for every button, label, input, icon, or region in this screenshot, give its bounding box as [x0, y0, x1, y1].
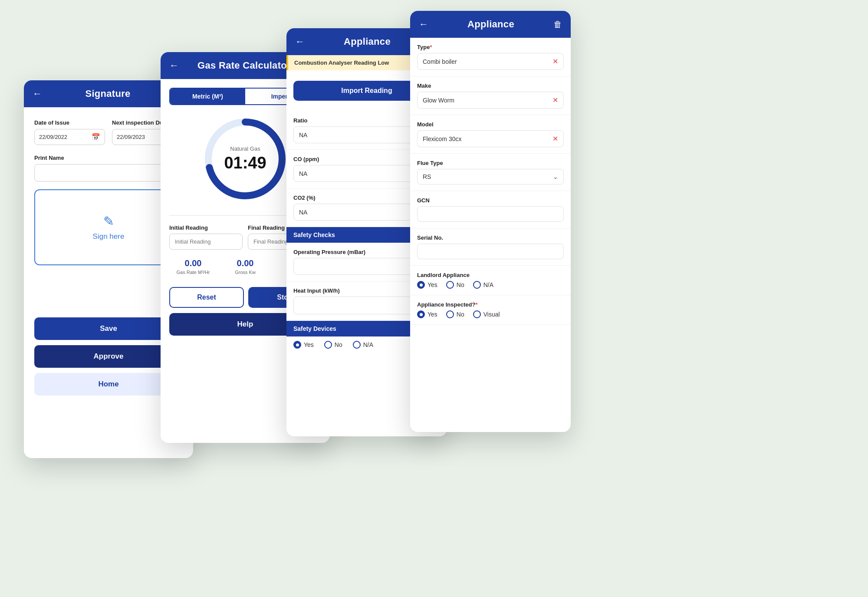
gross-kw-label: Gross Kw [221, 270, 269, 275]
model-field: Model ✕ [410, 115, 571, 154]
type-field: Type* ✕ [410, 38, 571, 76]
appliance-right-screen: ← Appliance 🗑 Type* ✕ Make ✕ Model ✕ [410, 11, 571, 432]
gcn-label: GCN [417, 197, 564, 204]
flue-type-label: Flue Type [417, 160, 564, 166]
back-button[interactable]: ← [33, 88, 42, 99]
gas-rate-label: Gas Rate M³/Hr [169, 270, 217, 275]
co-input[interactable] [299, 170, 429, 177]
inspected-yes[interactable]: Yes [417, 310, 437, 318]
serial-input-row [417, 244, 564, 259]
inspected-no[interactable]: No [446, 310, 464, 318]
inspected-visual-radio[interactable] [473, 310, 481, 318]
appliance-mid-back-button[interactable]: ← [295, 36, 305, 47]
gas-gauge: Natural Gas 01:49 [202, 115, 289, 202]
inspected-field: Appliance Inspected?* Yes No Visual [410, 295, 571, 325]
appliance-right-trash-icon[interactable]: 🗑 [553, 20, 562, 30]
model-input-row: ✕ [417, 130, 564, 147]
landlord-na[interactable]: N/A [473, 281, 493, 289]
landlord-yes-radio[interactable] [417, 281, 425, 289]
landlord-yes[interactable]: Yes [417, 281, 437, 289]
inspected-no-radio[interactable] [446, 310, 454, 318]
serial-input[interactable] [423, 248, 558, 255]
type-input[interactable] [423, 58, 552, 65]
initial-reading-input[interactable] [169, 234, 243, 250]
signature-title: Signature [85, 88, 130, 99]
landlord-radio-group: Yes No N/A [417, 281, 564, 289]
safety-devices-na-radio[interactable] [353, 341, 361, 349]
safety-devices-no-radio[interactable] [324, 341, 332, 349]
flue-type-select[interactable]: RS [423, 173, 553, 180]
reset-button[interactable]: Reset [169, 287, 244, 308]
gas-back-button[interactable]: ← [169, 60, 179, 71]
type-input-row: ✕ [417, 53, 564, 70]
landlord-na-radio[interactable] [473, 281, 481, 289]
inspected-label: Appliance Inspected?* [417, 301, 564, 308]
safety-devices-yes-radio[interactable] [293, 341, 301, 349]
sign-here-label: Sign here [93, 232, 125, 241]
appliance-right-back-button[interactable]: ← [419, 19, 428, 30]
co2-input[interactable] [299, 209, 429, 216]
gross-kw-value: 0.00 [221, 258, 269, 268]
make-input-row: ✕ [417, 92, 564, 109]
initial-reading-label: Initial Reading [169, 224, 243, 231]
gas-title: Gas Rate Calculator [197, 60, 291, 71]
type-clear-icon[interactable]: ✕ [552, 57, 558, 66]
safety-devices-yes[interactable]: Yes [293, 341, 314, 349]
date-of-issue-label: Date of Issue [34, 119, 105, 126]
gcn-input[interactable] [423, 211, 558, 218]
model-input[interactable] [423, 135, 552, 142]
inspected-radio-group: Yes No Visual [417, 310, 564, 318]
inspected-yes-radio[interactable] [417, 310, 425, 318]
ratio-input[interactable] [299, 132, 429, 139]
tab-metric[interactable]: Metric (M³) [170, 89, 245, 104]
landlord-field: Landlord Appliance Yes No N/A [410, 266, 571, 295]
calendar-icon: 📅 [92, 133, 100, 141]
landlord-no[interactable]: No [446, 281, 464, 289]
appliance-right-header: ← Appliance 🗑 [410, 11, 571, 38]
safety-devices-no[interactable]: No [324, 341, 342, 349]
appliance-mid-title: Appliance [344, 36, 391, 47]
pen-icon: ✎ [103, 214, 114, 229]
flue-type-dropdown-row: RS ⌄ [417, 169, 564, 185]
flue-chevron-icon: ⌄ [553, 173, 558, 180]
safety-devices-na[interactable]: N/A [353, 341, 373, 349]
gcn-input-row [417, 206, 564, 222]
heat-input-input[interactable] [299, 302, 413, 309]
gas-type-label: Natural Gas [224, 145, 266, 152]
serial-field: Serial No. [410, 228, 571, 266]
make-clear-icon[interactable]: ✕ [552, 96, 558, 104]
appliance-right-title: Appliance [467, 19, 514, 30]
make-field: Make ✕ [410, 76, 571, 115]
gcn-field: GCN [410, 191, 571, 228]
gross-kw-metric: 0.00 Gross Kw [221, 258, 269, 275]
model-clear-icon[interactable]: ✕ [552, 135, 558, 143]
make-input[interactable] [423, 97, 552, 104]
date-of-issue-input[interactable]: 22/09/2022 📅 [34, 129, 105, 145]
inspected-visual[interactable]: Visual [473, 310, 500, 318]
model-label: Model [417, 121, 564, 128]
landlord-label: Landlord Appliance [417, 272, 564, 278]
serial-label: Serial No. [417, 234, 564, 241]
operating-pressure-input[interactable] [299, 263, 429, 270]
gas-rate-metric: 0.00 Gas Rate M³/Hr [169, 258, 217, 275]
make-label: Make [417, 82, 564, 89]
landlord-no-radio[interactable] [446, 281, 454, 289]
gas-rate-value: 0.00 [169, 258, 217, 268]
gas-timer: 01:49 [224, 154, 266, 172]
type-label: Type* [417, 44, 564, 50]
flue-type-field: Flue Type RS ⌄ [410, 154, 571, 191]
appliance-right-body: Type* ✕ Make ✕ Model ✕ Flue Type [410, 38, 571, 431]
